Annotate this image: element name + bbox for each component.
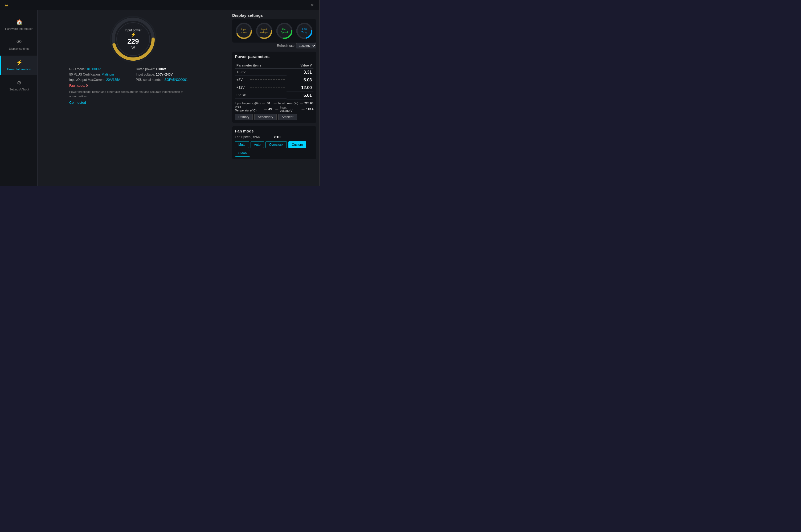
psu-note: Power breakage, restart and other fault …: [69, 90, 197, 98]
power-stat-value: 228.66: [304, 101, 313, 105]
psu-voltage: Input voltage: 100V~240V: [136, 73, 197, 76]
temp-buttons: Primary Secondary Ambient: [235, 114, 313, 120]
power-icon: ⚡: [16, 59, 23, 66]
primary-temp-button[interactable]: Primary: [235, 114, 253, 120]
param-value: 5.03: [287, 76, 313, 84]
center-panel: Input power ⚡ 229 W PSU model: KE1300P R…: [38, 10, 229, 186]
app-icon: ⛰: [3, 2, 9, 8]
param-row: +12V 12.00: [235, 84, 313, 92]
fan-clean-button[interactable]: Clean: [235, 150, 250, 157]
gauge-title: Input power: [125, 28, 142, 32]
connected-badge: Connected: [69, 100, 197, 104]
param-row: +5V 5.03: [235, 76, 313, 84]
gauge-icon: ⚡: [125, 32, 142, 37]
col-param: Parameter items: [235, 62, 287, 69]
fan-buttons: Mute Auto Overclock Custom Clean: [235, 141, 313, 157]
param-value: 5.01: [287, 92, 313, 99]
power-params-section: Power parameters Parameter items Value V…: [232, 52, 316, 123]
fan-mode-title: Fan mode: [235, 129, 313, 133]
fan-mode-section: Fan mode Fan Speed(RPM) — — — 810 Mute A…: [232, 126, 316, 159]
sidebar-item-settings[interactable]: ⚙ Settings/ About: [0, 76, 37, 95]
refresh-select[interactable]: 1000MS 250MS 500MS 2000MS: [296, 43, 316, 49]
display-gauges: Inputpower Inputvoltage: [232, 19, 316, 42]
mini-gauge-label-input-power: Inputpower: [241, 28, 248, 34]
power-params-header: Power parameters: [235, 54, 313, 60]
sidebar: 🏠 Hardware Information 👁 Display setting…: [0, 10, 38, 186]
fan-custom-button[interactable]: Custom: [288, 141, 306, 148]
mini-gauge-label-input-voltage: Inputvoltage: [260, 28, 268, 34]
sidebar-label-power: Power Information: [7, 67, 31, 71]
fault-code: Fault code: 0: [69, 84, 197, 88]
close-button[interactable]: ✕: [309, 2, 316, 8]
refresh-row: Refresh rate 1000MS 250MS 500MS 2000MS: [232, 43, 316, 49]
col-value-header: Value V: [287, 62, 313, 69]
psu-serial: PSU serial number: SGFA5N300001: [136, 78, 197, 82]
param-row: 5V SB 5.01: [235, 92, 313, 99]
main-content: 🏠 Hardware Information 👁 Display setting…: [0, 10, 319, 186]
psu-model: PSU model: KE1300P: [69, 67, 130, 71]
temp-value: 49: [269, 108, 272, 111]
fan-speed-row: Fan Speed(RPM) — — — 810: [235, 135, 313, 139]
param-name: +12V: [235, 84, 287, 91]
psu-details-grid: PSU model: KE1300P Rated power: 1300W 80…: [69, 67, 197, 82]
sidebar-label-hardware: Hardware Information: [5, 27, 33, 31]
gauge-unit: W: [125, 45, 142, 50]
sidebar-label-settings: Settings/ About: [9, 88, 29, 91]
sidebar-label-display: Display settings: [9, 47, 29, 51]
param-value: 12.00: [287, 84, 313, 92]
mini-gauge-fan-speed[interactable]: FanSpeed: [275, 22, 293, 40]
stat-row-freq: Input frequency(Hz) — 60 — Input power(W…: [235, 101, 313, 105]
psu-cert: 80 PLUS Certification: Platinum: [69, 73, 130, 76]
power-stat-label: Input power(W): [278, 101, 298, 105]
psu-io: Input/Output MaxCurrent: 20A/135A: [69, 78, 130, 82]
home-icon: 🏠: [16, 19, 23, 25]
main-gauge: Input power ⚡ 229 W: [109, 15, 157, 63]
gauge-center: Input power ⚡ 229 W: [125, 28, 142, 50]
param-row: +3.3V 3.31: [235, 69, 313, 76]
minimize-button[interactable]: −: [299, 2, 307, 8]
input-stats: Input frequency(Hz) — 60 — Input power(W…: [235, 101, 313, 112]
freq-label: Input frequency(Hz): [235, 101, 261, 105]
param-name: 5V SB: [235, 92, 287, 99]
param-value: 3.31: [287, 69, 313, 76]
temp-label: PSU Temperature(℃): [235, 106, 262, 112]
fan-mute-button[interactable]: Mute: [235, 141, 249, 148]
fan-speed-value: 810: [274, 135, 280, 139]
psu-rated-power: Rated power: 1300W: [136, 67, 197, 71]
secondary-temp-button[interactable]: Secondary: [254, 114, 276, 120]
fan-overclock-button[interactable]: Overclock: [266, 141, 287, 148]
power-params-title: Power parameters: [235, 54, 270, 59]
ambient-temp-button[interactable]: Ambient: [278, 114, 297, 120]
fan-auto-button[interactable]: Auto: [251, 141, 264, 148]
stat-row-temp: PSU Temperature(℃) — 49 — Input voltage(…: [235, 106, 313, 112]
mini-gauge-input-power[interactable]: Inputpower: [235, 22, 253, 40]
psu-detail-section: PSU model: KE1300P Rated power: 1300W 80…: [69, 67, 197, 104]
mini-gauge-label-psu-temp: PSUTemp: [302, 28, 307, 34]
voltage-stat-value: 113.4: [306, 108, 313, 111]
mini-gauge-label-fan-speed: FanSpeed: [281, 28, 288, 34]
fan-speed-label: Fan Speed(RPM): [235, 135, 260, 139]
param-name: +5V: [235, 76, 287, 83]
title-bar: ⛰ − ✕: [0, 0, 319, 10]
power-params-table: Parameter items Value V +3.3V 3.31 +5V 5…: [235, 62, 313, 99]
sidebar-item-power[interactable]: ⚡ Power Information: [0, 56, 37, 75]
mini-gauge-input-voltage[interactable]: Inputvoltage: [255, 22, 273, 40]
sidebar-item-hardware[interactable]: 🏠 Hardware Information: [0, 15, 37, 34]
app-window: ⛰ − ✕ 🏠 Hardware Information 👁 Display s…: [0, 0, 320, 186]
fan-speed-dashes: — — —: [261, 135, 273, 139]
gauge-value: 229: [125, 37, 142, 45]
right-panel: Display settings Inputpower: [229, 10, 319, 186]
mini-gauge-psu-temp[interactable]: PSUTemp: [295, 22, 313, 40]
title-bar-left: ⛰: [3, 2, 9, 8]
eye-icon: 👁: [17, 39, 22, 45]
voltage-stat-label: Input voltage(V): [280, 106, 300, 112]
refresh-label: Refresh rate: [277, 44, 294, 48]
display-settings-section: Display settings Inputpower: [232, 13, 316, 49]
gear-icon: ⚙: [17, 79, 22, 86]
param-name: +3.3V: [235, 69, 287, 76]
sidebar-item-display[interactable]: 👁 Display settings: [0, 35, 37, 54]
title-bar-controls: − ✕: [299, 2, 316, 8]
display-settings-title: Display settings: [232, 13, 316, 18]
freq-value: 60: [267, 101, 270, 105]
